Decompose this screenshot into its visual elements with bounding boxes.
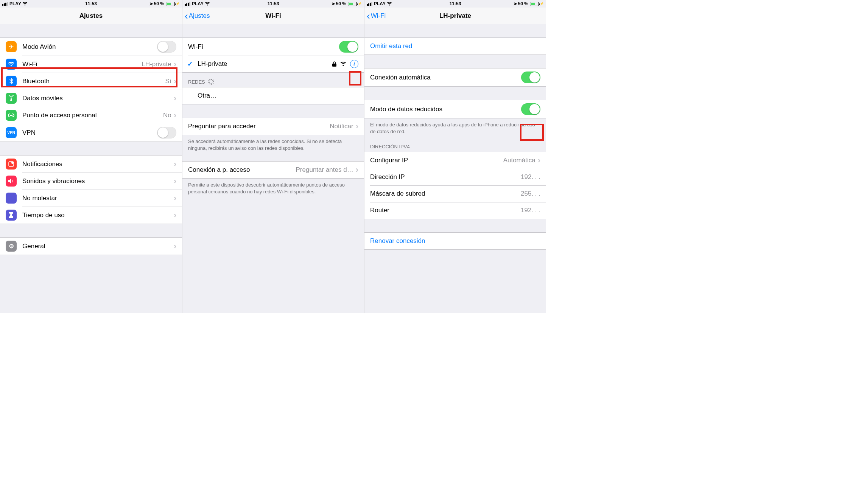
page-title: LH-private (364, 12, 546, 20)
row-label: Modo de datos reducidos (370, 106, 521, 113)
section-networks-header: REDES (182, 73, 364, 87)
checkmark-icon: ✓ (187, 60, 193, 68)
lock-icon (332, 61, 336, 67)
row-label: No molestar (22, 194, 174, 202)
chevron-right-icon: › (174, 242, 176, 250)
row-label: Punto de acceso personal (22, 112, 163, 119)
row-label: General (22, 243, 174, 250)
antenna-icon (6, 93, 17, 104)
svg-point-1 (11, 162, 14, 164)
row-label: Máscara de subred (370, 190, 521, 198)
row-ask-to-join[interactable]: Preguntar para acceder Notificar › (182, 118, 364, 135)
chevron-right-icon: › (538, 156, 540, 165)
airplane-icon: ✈ (6, 41, 17, 52)
chevron-right-icon: › (356, 166, 358, 174)
clock: 11:53 (364, 1, 546, 6)
row-detail: Notificar (330, 123, 353, 130)
row-label: Wi-Fi (188, 43, 339, 51)
chevron-right-icon: › (174, 94, 176, 103)
battery-icon (530, 2, 539, 6)
row-wifi[interactable]: Wi-Fi LH-private › (0, 56, 182, 73)
row-detail: No (163, 112, 171, 119)
wifi-toggle[interactable] (339, 41, 358, 53)
row-label: Conexión a p. acceso (188, 166, 296, 174)
row-detail: Preguntar antes d… (296, 166, 353, 174)
chevron-right-icon: › (174, 194, 176, 202)
chevron-right-icon: › (174, 211, 176, 219)
ssid-label: LH-private (198, 60, 332, 68)
row-low-data-mode[interactable]: Modo de datos reducidos (364, 100, 546, 118)
info-icon[interactable]: i (350, 60, 358, 68)
row-airplane-mode[interactable]: ✈ Modo Avión (0, 38, 182, 56)
page-title: Wi-Fi (182, 12, 364, 20)
row-label: Dirección IP (370, 173, 521, 181)
chevron-right-icon: › (356, 122, 358, 131)
low-data-toggle[interactable] (521, 103, 540, 115)
row-detail: LH-private (142, 61, 171, 68)
nav-bar: ‹ Wi-Fi LH-private (364, 8, 546, 24)
row-detail: 255. . . (521, 190, 540, 198)
bluetooth-icon (6, 76, 17, 87)
row-other-network[interactable]: Otra… (182, 87, 364, 104)
ask-footer: Se accederá automáticamente a las redes … (182, 135, 364, 154)
pane-wifi: PLAY 11:53 ➤ 50 % ⚡ ‹ Ajustes Wi-Fi Wi-F… (182, 0, 364, 313)
pane-network-details: PLAY 11:53 ➤ 50 % ⚡ ‹ Wi-Fi LH-private O… (364, 0, 546, 313)
moon-icon (6, 193, 17, 204)
row-ip-address: Dirección IP 192. . . (364, 169, 546, 185)
renew-lease-button[interactable]: Renovar concesión (364, 233, 546, 249)
row-label: Datos móviles (22, 95, 174, 102)
row-notifications[interactable]: Notificaciones › (0, 156, 182, 173)
spinner-icon (208, 79, 214, 85)
battery-icon (166, 2, 175, 6)
wifi-strength-icon (340, 62, 346, 66)
row-cellular[interactable]: Datos móviles › (0, 90, 182, 107)
row-label: Preguntar para acceder (188, 123, 330, 130)
low-data-footer: El modo de datos reducidos ayuda a las a… (364, 118, 546, 138)
row-wifi-toggle[interactable]: Wi-Fi (182, 38, 364, 56)
row-router: Router 192. . . (364, 202, 546, 219)
notifications-icon (6, 159, 17, 170)
auto-join-toggle[interactable] (521, 72, 540, 83)
row-vpn[interactable]: VPN VPN (0, 124, 182, 142)
row-general[interactable]: ⚙ General › (0, 238, 182, 255)
row-label: Modo Avión (22, 43, 157, 51)
speaker-icon (6, 176, 17, 187)
row-label: Sonidos y vibraciones (22, 177, 174, 185)
airplane-toggle[interactable] (157, 41, 176, 53)
row-bluetooth[interactable]: Bluetooth Sí › (0, 73, 182, 90)
battery-icon (348, 2, 357, 6)
gear-icon: ⚙ (6, 241, 17, 252)
vpn-icon: VPN (6, 127, 17, 138)
wifi-icon (6, 59, 17, 70)
row-label: Configurar IP (370, 157, 503, 164)
row-sounds[interactable]: Sonidos y vibraciones › (0, 173, 182, 190)
status-bar: PLAY 11:53 ➤ 50 % ⚡ (364, 0, 546, 8)
row-hotspot[interactable]: Punto de acceso personal No › (0, 107, 182, 124)
row-auto-join[interactable]: Conexión automática (364, 68, 546, 86)
row-detail: Sí (165, 78, 171, 85)
row-label: VPN (22, 129, 157, 137)
row-detail: 192. . . (521, 173, 540, 181)
status-bar: PLAY 11:53 ➤ 50 % ⚡ (0, 0, 182, 8)
row-label: Conexión automática (370, 74, 521, 81)
chevron-right-icon: › (174, 111, 176, 120)
row-subnet-mask: Máscara de subred 255. . . (364, 185, 546, 202)
row-detail: Automática (503, 157, 535, 164)
row-configure-ip[interactable]: Configurar IP Automática › (364, 152, 546, 169)
row-label: Router (370, 207, 521, 214)
chevron-right-icon: › (174, 160, 176, 168)
nav-bar: ‹ Ajustes Wi-Fi (182, 8, 364, 24)
row-connected-network[interactable]: ✓ LH-private i (182, 56, 364, 72)
row-dnd[interactable]: No molestar › (0, 190, 182, 207)
row-screentime[interactable]: Tiempo de uso › (0, 207, 182, 224)
row-label: Omitir esta red (370, 42, 540, 50)
vpn-toggle[interactable] (157, 127, 176, 138)
row-hotspot-auto[interactable]: Conexión a p. acceso Preguntar antes d… … (182, 162, 364, 178)
row-label: Otra… (198, 92, 358, 100)
section-ipv4-header: DIRECCIÓN IPV4 (364, 138, 546, 152)
chevron-right-icon: › (174, 177, 176, 185)
forget-network-button[interactable]: Omitir esta red (364, 38, 546, 54)
page-title: Ajustes (0, 12, 182, 20)
chevron-right-icon: › (174, 77, 176, 86)
clock: 11:53 (0, 1, 182, 6)
